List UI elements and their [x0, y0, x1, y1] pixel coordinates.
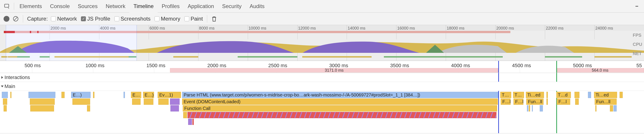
flame-bar[interactable] — [3, 99, 7, 105]
flame-bar[interactable] — [188, 112, 496, 118]
disclosure-triangle-icon — [1, 86, 4, 87]
flame-bar[interactable]: Ti…ed — [594, 92, 617, 98]
flame-bar[interactable] — [192, 119, 194, 125]
flame-bar[interactable] — [588, 92, 591, 98]
flame-bar[interactable] — [540, 105, 543, 112]
long-task[interactable]: 3171.0 ms — [170, 68, 498, 73]
overflow-menu-icon[interactable] — [633, 2, 641, 10]
flame-bar[interactable] — [595, 105, 596, 112]
overview-selection[interactable] — [6, 25, 137, 61]
flame-bar[interactable] — [620, 92, 623, 98]
flame-bar[interactable] — [30, 99, 55, 105]
disclosure-triangle-icon — [1, 76, 3, 79]
tab-security[interactable]: Security — [218, 0, 246, 12]
tab-elements[interactable]: Elements — [16, 0, 46, 12]
flame-bar[interactable]: E…) — [143, 92, 154, 98]
ruler-tick: 1000 ms — [86, 63, 104, 68]
ruler-tick: 3500 ms — [390, 63, 409, 68]
flame-bar[interactable] — [62, 92, 64, 98]
flame-bar[interactable] — [28, 92, 56, 98]
detail-ruler[interactable]: 500 ms1000 ms1500 ms2000 ms2500 ms3000 m… — [0, 61, 644, 73]
flame-bar[interactable]: E…) — [71, 92, 90, 98]
interactions-label: Interactions — [4, 75, 30, 80]
trash-icon[interactable] — [211, 15, 217, 22]
checkbox-label: Screenshots — [121, 16, 150, 22]
net-label: NET — [633, 51, 642, 56]
capture-network-checkbox[interactable]: Network — [51, 16, 77, 22]
separator — [207, 15, 207, 23]
flame-bar[interactable]: E… — [131, 92, 141, 98]
capture-screenshots-checkbox[interactable]: Screenshots — [114, 16, 150, 22]
flame-bar[interactable]: F…l — [514, 99, 523, 105]
flame-bar[interactable] — [93, 92, 94, 98]
flame-bar[interactable] — [10, 92, 12, 98]
flame-bar[interactable]: T…d — [556, 92, 571, 98]
cpu-label: CPU — [633, 42, 642, 47]
tab-application[interactable]: Application — [184, 0, 218, 12]
ruler-tick: 2500 ms — [268, 63, 287, 68]
record-button[interactable] — [4, 16, 10, 22]
checkbox-label: Memory — [161, 16, 180, 22]
flame-chart[interactable]: E…)E…E…)Ev…1)Parse HTML (www.target.com/… — [0, 91, 644, 134]
checkbox-icon — [114, 16, 119, 21]
flame-bar[interactable] — [158, 99, 168, 105]
flame-bar[interactable]: Fun…ll — [595, 99, 617, 105]
flame-bar[interactable]: T… — [513, 92, 524, 98]
ruler-tick: 500 ms — [24, 63, 40, 68]
flame-bar[interactable] — [124, 92, 125, 98]
flame-bar[interactable] — [614, 105, 617, 112]
flame-bar[interactable] — [188, 119, 192, 125]
flame-bar[interactable] — [144, 99, 154, 105]
interactions-track-header[interactable]: Interactions — [0, 73, 644, 82]
overview-strip[interactable]: 2000 ms4000 ms6000 ms8000 ms10000 ms1200… — [0, 25, 644, 61]
flame-bar[interactable] — [72, 99, 90, 105]
flame-bar[interactable]: Ev…1) — [158, 92, 181, 98]
flame-bar[interactable]: F…l — [557, 99, 570, 105]
tab-network[interactable]: Network — [102, 0, 130, 12]
flame-bar[interactable] — [170, 105, 179, 112]
checkbox-label: JS Profile — [87, 16, 110, 22]
flame-bar[interactable] — [87, 105, 90, 112]
flame-bar[interactable] — [183, 112, 187, 118]
flame-bar[interactable]: Fun…ll — [526, 99, 543, 105]
tab-timeline[interactable]: Timeline — [130, 0, 158, 12]
flame-bar[interactable]: Parse HTML (www.target.com/p/women-s-mid… — [182, 92, 498, 98]
flame-bar[interactable] — [575, 99, 579, 105]
capture-paint-checkbox[interactable]: Paint — [184, 16, 203, 22]
clear-icon[interactable] — [12, 16, 19, 22]
load-marker — [556, 61, 557, 73]
flame-bar[interactable] — [132, 99, 140, 105]
tab-console[interactable]: Console — [46, 0, 74, 12]
ruler-tick: 5000 ms — [573, 63, 592, 68]
tab-sources[interactable]: Sources — [74, 0, 102, 12]
flame-bar[interactable] — [532, 105, 533, 112]
tab-profiles[interactable]: Profiles — [158, 0, 184, 12]
capture-memory-checkbox[interactable]: Memory — [154, 16, 180, 22]
flame-bar[interactable]: T… — [500, 92, 511, 98]
inspect-icon[interactable] — [4, 3, 10, 9]
flame-bar[interactable] — [546, 99, 548, 105]
flame-bar[interactable]: Ti…ed — [526, 92, 544, 98]
checkbox-icon — [81, 16, 86, 21]
checkbox-icon — [184, 16, 189, 21]
flame-bar[interactable]: Event (DOMContentLoaded) — [182, 99, 498, 105]
long-task[interactable]: 564.0 ms — [556, 68, 644, 73]
flame-bar[interactable] — [30, 105, 54, 112]
flame-bar[interactable] — [527, 105, 528, 112]
main-track-header[interactable]: Main — [0, 82, 644, 91]
flame-bar[interactable] — [170, 99, 180, 105]
overview-side-labels: FPS CPU NET — [633, 33, 642, 56]
flame-bar[interactable]: F…l — [501, 99, 510, 105]
flame-bar[interactable]: Function Call — [183, 105, 497, 112]
svg-rect-0 — [4, 4, 9, 7]
flame-bar[interactable] — [4, 105, 7, 112]
checkbox-icon — [51, 16, 56, 21]
flame-bar[interactable] — [2, 92, 8, 98]
flame-bar[interactable] — [529, 105, 530, 112]
tab-audits[interactable]: Audits — [246, 0, 269, 12]
capture-jsprofile-checkbox[interactable]: JS Profile — [81, 16, 110, 22]
flame-bar[interactable] — [574, 92, 580, 98]
fps-label: FPS — [633, 33, 642, 38]
flame-bar[interactable] — [610, 105, 613, 112]
flame-bar[interactable] — [546, 92, 548, 98]
